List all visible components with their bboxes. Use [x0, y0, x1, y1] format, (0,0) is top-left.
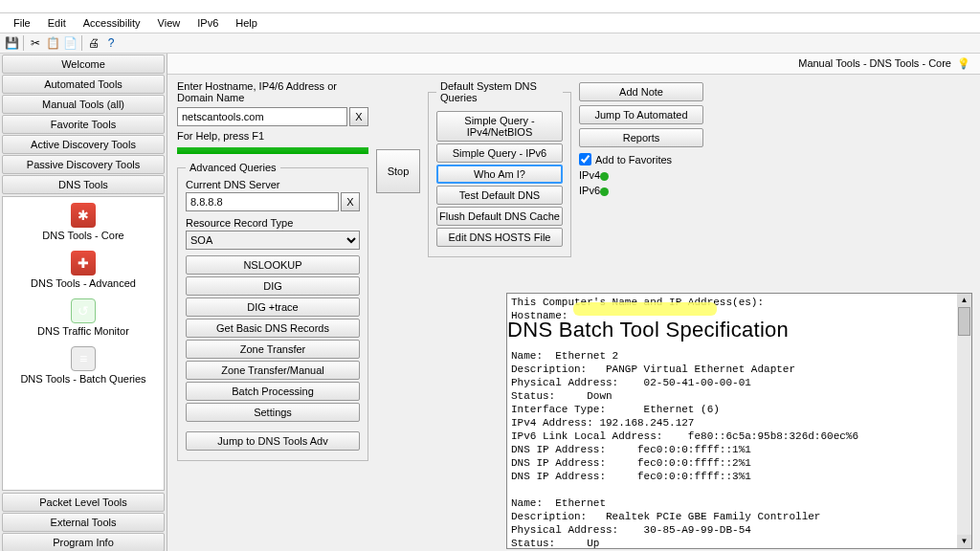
ipv6-status-label: IPv6 — [579, 185, 600, 196]
help-hint: For Help, press F1 — [177, 130, 368, 142]
menu-view[interactable]: View — [150, 15, 189, 31]
rr-type-select[interactable]: SOA — [186, 231, 360, 250]
sidebar: WelcomeAutomated ToolsManual Tools (all)… — [0, 54, 167, 551]
ipv4-status-icon — [600, 172, 609, 181]
bulb-icon[interactable]: 💡 — [957, 57, 970, 70]
menu-file[interactable]: File — [6, 15, 38, 31]
menu-accessibility[interactable]: Accessibility — [76, 15, 148, 31]
page-title: Manual Tools - DNS Tools - Core — [798, 57, 951, 70]
accordion-program-info[interactable]: Program Info — [2, 533, 165, 551]
query-button-edit-dns-hosts-file[interactable]: Edit DNS HOSTS File — [436, 228, 563, 247]
ipv4-status-label: IPv4 — [579, 169, 600, 181]
scroll-down-icon[interactable]: ▼ — [957, 535, 971, 548]
adv-button-batch-processing[interactable]: Batch Processing — [186, 382, 360, 401]
rr-type-label: Resource Record Type — [186, 217, 360, 229]
hostname-input[interactable] — [177, 107, 347, 126]
copy-icon[interactable]: 📋 — [45, 35, 60, 51]
adv-button-zone-transfer-manual[interactable]: Zone Transfer/Manual — [186, 361, 360, 380]
accordion-active-discovery-tools[interactable]: Active Discovery Tools — [2, 135, 165, 154]
scroll-thumb[interactable] — [958, 307, 970, 336]
save-icon[interactable]: 💾 — [4, 35, 19, 51]
sidebar-item-label: DNS Tools - Core — [3, 230, 164, 241]
stop-button[interactable]: Stop — [376, 149, 420, 193]
adv-button-nslookup[interactable]: NSLOOKUP — [186, 255, 360, 275]
adv-button-jump-to-dns-tools-adv[interactable]: Jump to DNS Tools Adv — [186, 431, 360, 451]
query-button-flush-default-dns-cache[interactable]: Flush Default DNS Cache — [436, 207, 563, 226]
accordion-passive-discovery-tools[interactable]: Passive Discovery Tools — [2, 155, 165, 174]
scrollbar[interactable]: ▲ ▼ — [957, 293, 972, 549]
query-button-simple-query-ipv4-netbios[interactable]: Simple Query - IPv4/NetBIOS — [436, 111, 563, 142]
accordion-welcome[interactable]: Welcome — [2, 55, 165, 74]
menu-help[interactable]: Help — [228, 15, 265, 31]
toolbar: 💾 ✂ 📋 📄 🖨 ? — [0, 33, 980, 54]
sidebar-item-label: DNS Tools - Batch Queries — [3, 373, 164, 385]
reports-button[interactable]: Reports — [579, 128, 703, 147]
tool-icon: ↺ — [71, 298, 96, 323]
current-dns-label: Current DNS Server — [186, 179, 360, 190]
menubar: File Edit Accessibility View IPv6 Help — [0, 13, 980, 33]
hostname-label: Enter Hostname, IP4/6 Address or Domain … — [177, 80, 368, 103]
sidebar-item-label: DNS Tools - Advanced — [3, 277, 164, 289]
progress-bar — [177, 147, 368, 154]
ipv6-status-icon — [600, 187, 609, 196]
sidebar-item-dns-tools-batch-queries[interactable]: ≡DNS Tools - Batch Queries — [3, 344, 164, 392]
sidebar-item-dns-traffic-monitor[interactable]: ↺DNS Traffic Monitor — [3, 297, 164, 344]
sidebar-item-dns-tools-advanced[interactable]: ✚DNS Tools - Advanced — [3, 249, 164, 297]
paste-icon[interactable]: 📄 — [62, 35, 78, 51]
query-button-simple-query-ipv6[interactable]: Simple Query - IPv6 — [436, 143, 563, 163]
add-favorites-checkbox[interactable]: Add to Favorites — [579, 153, 703, 165]
help-icon[interactable]: ? — [103, 35, 119, 51]
print-icon[interactable]: 🖨 — [86, 35, 101, 51]
jump-automated-button[interactable]: Jump To Automated — [579, 105, 703, 124]
content-area: Manual Tools - DNS Tools - Core 💡 Enter … — [167, 54, 980, 551]
query-button-test-default-dns[interactable]: Test Default DNS — [436, 186, 563, 205]
hostname-clear-button[interactable]: X — [349, 107, 368, 126]
sidebar-item-dns-tools-core[interactable]: ✱DNS Tools - Core — [3, 201, 164, 249]
query-button-who-am-i-[interactable]: Who Am I? — [436, 165, 563, 184]
adv-button-dig[interactable]: DIG — [186, 276, 360, 296]
current-dns-clear-button[interactable]: X — [341, 192, 360, 211]
accordion-manual-tools-all-[interactable]: Manual Tools (all) — [2, 95, 165, 114]
sidebar-dns-tools-panel: ✱DNS Tools - Core✚DNS Tools - Advanced↺D… — [2, 196, 165, 491]
adv-button-get-basic-dns-records[interactable]: Get Basic DNS Records — [186, 319, 360, 338]
default-queries-label: Default System DNS Queries — [436, 80, 563, 103]
adv-button-dig-trace[interactable]: DIG +trace — [186, 298, 360, 317]
menu-ipv6[interactable]: IPv6 — [189, 15, 226, 31]
menu-edit[interactable]: Edit — [40, 15, 74, 31]
adv-button-settings[interactable]: Settings — [186, 403, 360, 422]
accordion-dns-tools[interactable]: DNS Tools — [2, 175, 165, 194]
overlay-title: DNS Batch Tool Specification — [507, 318, 789, 342]
advanced-queries-label: Advanced Queries — [186, 162, 280, 173]
cut-icon[interactable]: ✂ — [28, 35, 43, 51]
sidebar-item-label: DNS Traffic Monitor — [3, 325, 164, 337]
accordion-automated-tools[interactable]: Automated Tools — [2, 75, 165, 94]
current-dns-input[interactable] — [186, 192, 339, 211]
tool-icon: ≡ — [71, 346, 96, 371]
highlight-marker — [573, 302, 717, 316]
tool-icon: ✚ — [71, 251, 96, 276]
add-note-button[interactable]: Add Note — [579, 82, 703, 101]
adv-button-zone-transfer[interactable]: Zone Transfer — [186, 340, 360, 359]
scroll-up-icon[interactable]: ▲ — [957, 294, 971, 307]
window-titlebar — [0, 0, 980, 13]
accordion-packet-level-tools[interactable]: Packet Level Tools — [2, 493, 165, 512]
accordion-external-tools[interactable]: External Tools — [2, 513, 165, 532]
tool-icon: ✱ — [71, 203, 96, 228]
accordion-favorite-tools[interactable]: Favorite Tools — [2, 115, 165, 134]
content-header: Manual Tools - DNS Tools - Core 💡 — [167, 54, 980, 75]
